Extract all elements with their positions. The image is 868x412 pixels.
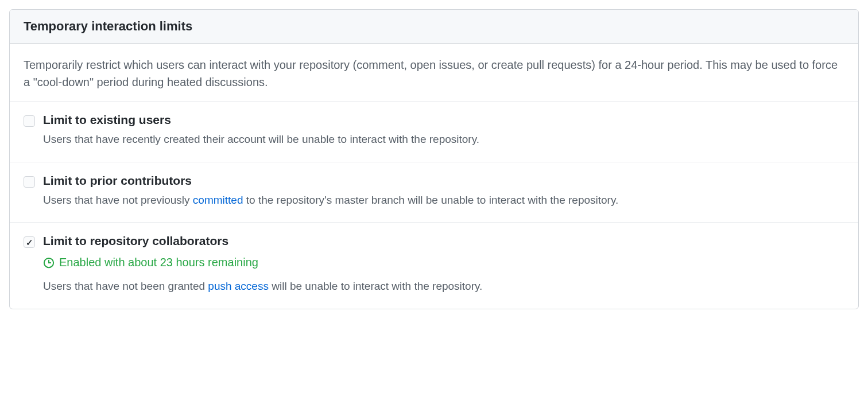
collaborators-title: Limit to repository collaborators <box>43 234 844 248</box>
collaborators-desc-before: Users that have not been granted <box>43 280 208 292</box>
panel-title: Temporary interaction limits <box>24 19 844 34</box>
collaborators-checkbox[interactable] <box>24 236 35 248</box>
existing-users-checkbox[interactable] <box>24 115 35 127</box>
prior-contributors-desc: Users that have not previously committed… <box>43 192 844 209</box>
option-existing-users: Limit to existing users Users that have … <box>10 101 858 162</box>
existing-users-desc: Users that have recently created their a… <box>43 131 844 148</box>
panel-header: Temporary interaction limits <box>10 10 858 44</box>
committed-link[interactable]: committed <box>193 194 243 206</box>
option-prior-contributors: Limit to prior contributors Users that h… <box>10 162 858 223</box>
panel-description: Temporarily restrict which users can int… <box>10 44 858 101</box>
collaborators-desc-after: will be unable to interact with the repo… <box>269 280 482 292</box>
option-collaborators: Limit to repository collaborators Enable… <box>10 222 858 309</box>
prior-contributors-desc-after: to the repository's master branch will b… <box>243 194 619 206</box>
prior-contributors-checkbox[interactable] <box>24 176 35 188</box>
enabled-status-text: Enabled with about 23 hours remaining <box>59 256 258 269</box>
push-access-link[interactable]: push access <box>208 280 269 292</box>
interaction-limits-panel: Temporary interaction limits Temporarily… <box>9 9 859 309</box>
collaborators-desc: Users that have not been granted push ac… <box>43 278 844 295</box>
prior-contributors-desc-before: Users that have not previously <box>43 194 193 206</box>
prior-contributors-title: Limit to prior contributors <box>43 174 844 188</box>
enabled-status: Enabled with about 23 hours remaining <box>43 256 844 269</box>
existing-users-title: Limit to existing users <box>43 113 844 127</box>
clock-icon <box>43 257 55 269</box>
